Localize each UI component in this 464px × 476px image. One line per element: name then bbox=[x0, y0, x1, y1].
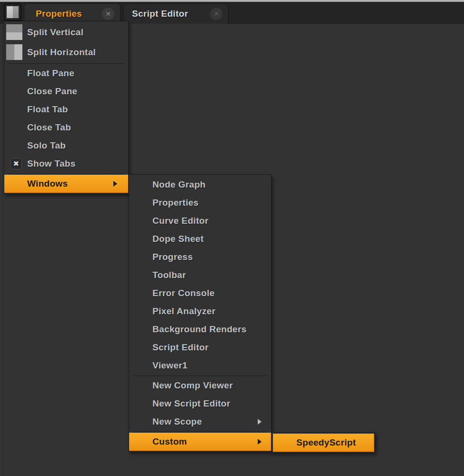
menu-item-label: Windows bbox=[4, 178, 68, 189]
menu-item-label: New Scope bbox=[129, 416, 202, 427]
menu-item-toolbar[interactable]: Toolbar bbox=[129, 266, 271, 284]
menu-item-pixel-analyzer[interactable]: Pixel Analyzer bbox=[129, 302, 271, 320]
menu-item-label: Dope Sheet bbox=[129, 234, 204, 244]
menu-item-show-tabs[interactable]: ✖ Show Tabs bbox=[4, 155, 128, 173]
menu-item-curve-editor[interactable]: Curve Editor bbox=[129, 212, 271, 230]
menu-item-windows[interactable]: Windows bbox=[4, 175, 128, 193]
menu-item-float-tab[interactable]: Float Tab bbox=[4, 100, 128, 119]
menu-item-solo-tab[interactable]: Solo Tab bbox=[4, 137, 128, 155]
menu-item-background-renders[interactable]: Background Renders bbox=[129, 320, 271, 338]
tab-script-editor[interactable]: Script Editor ✕ bbox=[123, 3, 229, 24]
close-icon[interactable]: ✕ bbox=[210, 8, 222, 20]
tab-label: Properties bbox=[24, 9, 82, 19]
menu-item-label: Script Editor bbox=[129, 342, 209, 353]
menu-item-label: Pixel Analyzer bbox=[129, 306, 215, 317]
menu-item-properties[interactable]: Properties bbox=[129, 194, 271, 212]
menu-item-new-scope[interactable]: New Scope bbox=[129, 413, 271, 431]
menu-item-split-vertical[interactable]: Split Vertical bbox=[4, 22, 128, 42]
custom-submenu: SpeedyScript bbox=[272, 432, 375, 453]
checkbox-checked-icon[interactable]: ✖ bbox=[10, 158, 22, 169]
pane-context-menu: Split Vertical Split Horizontal Float Pa… bbox=[4, 21, 129, 194]
menu-item-close-pane[interactable]: Close Pane bbox=[4, 82, 128, 100]
pane-layout-icon bbox=[7, 6, 19, 18]
menu-item-float-pane[interactable]: Float Pane bbox=[4, 64, 128, 82]
menu-item-label: Custom bbox=[129, 436, 187, 447]
tab-label: Script Editor bbox=[123, 9, 188, 19]
menu-item-split-horizontal[interactable]: Split Horizontal bbox=[4, 42, 128, 62]
submenu-arrow-icon bbox=[113, 181, 117, 187]
menu-separator bbox=[8, 63, 124, 64]
menu-item-label: Properties bbox=[129, 198, 199, 208]
pane-menu-button[interactable] bbox=[4, 3, 21, 21]
menu-item-custom[interactable]: Custom bbox=[129, 433, 271, 451]
menu-item-new-script-editor[interactable]: New Script Editor bbox=[129, 395, 271, 413]
menu-separator bbox=[133, 376, 267, 376]
menu-item-label: Progress bbox=[129, 252, 193, 262]
menu-item-label: Float Tab bbox=[4, 104, 68, 115]
menu-item-label: Error Console bbox=[129, 288, 215, 298]
menu-item-label: New Comp Viewer bbox=[129, 380, 233, 391]
pane-splitter[interactable] bbox=[2, 24, 2, 476]
split-vertical-icon bbox=[6, 24, 22, 40]
submenu-arrow-icon bbox=[258, 419, 262, 425]
menu-item-label: Float Pane bbox=[4, 68, 74, 79]
menu-item-label: Viewer1 bbox=[129, 360, 188, 371]
menu-item-label: Curve Editor bbox=[129, 216, 209, 226]
menu-item-label: SpeedyScript bbox=[273, 437, 356, 448]
menu-item-label: Toolbar bbox=[129, 270, 186, 280]
menu-item-speedyscript[interactable]: SpeedyScript bbox=[273, 434, 374, 452]
menu-item-close-tab[interactable]: Close Tab bbox=[4, 119, 128, 137]
menu-item-viewer1[interactable]: Viewer1 bbox=[129, 357, 271, 375]
menu-item-label: Solo Tab bbox=[4, 140, 66, 151]
menu-item-label: Node Graph bbox=[129, 179, 206, 190]
menu-item-dope-sheet[interactable]: Dope Sheet bbox=[129, 230, 271, 248]
windows-submenu: Node Graph Properties Curve Editor Dope … bbox=[129, 174, 272, 452]
menu-separator bbox=[8, 174, 124, 174]
menu-item-script-editor[interactable]: Script Editor bbox=[129, 338, 271, 357]
menu-item-progress[interactable]: Progress bbox=[129, 248, 271, 266]
menu-item-label: Close Pane bbox=[4, 86, 77, 97]
menu-item-label: New Script Editor bbox=[129, 398, 230, 409]
menu-item-node-graph[interactable]: Node Graph bbox=[129, 176, 271, 194]
menu-item-label: Background Renders bbox=[129, 324, 247, 335]
menu-item-new-comp-viewer[interactable]: New Comp Viewer bbox=[129, 377, 271, 395]
close-icon[interactable]: ✕ bbox=[102, 8, 114, 20]
submenu-arrow-icon bbox=[258, 439, 262, 445]
menu-item-error-console[interactable]: Error Console bbox=[129, 284, 271, 302]
menu-item-label: Close Tab bbox=[4, 122, 71, 133]
split-horizontal-icon bbox=[6, 44, 22, 60]
menu-separator bbox=[133, 432, 267, 432]
